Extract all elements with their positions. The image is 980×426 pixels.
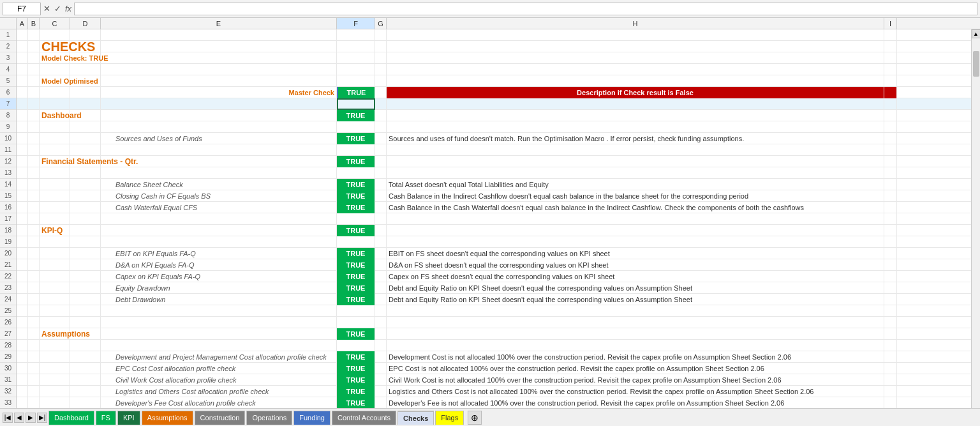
tab-scroll-right[interactable]: ▶ <box>26 413 36 423</box>
cell-g6[interactable] <box>375 87 387 98</box>
row-3[interactable]: 3 <box>0 52 16 64</box>
cell-b15[interactable] <box>28 190 40 202</box>
cell-i9[interactable] <box>884 121 897 133</box>
cell-g10[interactable] <box>375 133 387 144</box>
cell-g22[interactable] <box>375 271 387 282</box>
cell-f2[interactable] <box>337 41 375 52</box>
cell-c31[interactable] <box>40 374 70 386</box>
cell-i2[interactable] <box>884 41 897 52</box>
cell-a19[interactable] <box>17 236 28 248</box>
row-4[interactable]: 4 <box>0 64 16 75</box>
scrollbar-thumb[interactable] <box>973 51 979 77</box>
cell-b29[interactable] <box>28 351 40 363</box>
row-7[interactable]: 7 <box>0 98 16 110</box>
cell-h28[interactable] <box>387 340 884 351</box>
cell-i10[interactable] <box>884 133 897 144</box>
cell-g15[interactable] <box>375 190 387 202</box>
cell-a4[interactable] <box>17 64 28 75</box>
cell-a3[interactable] <box>17 52 28 64</box>
vertical-scrollbar[interactable]: ▲ <box>971 29 980 408</box>
cell-e33[interactable]: Developer's Fee Cost allocation profile … <box>101 397 337 408</box>
cell-g14[interactable] <box>375 179 387 190</box>
cell-f13[interactable] <box>337 167 375 179</box>
cell-g25[interactable] <box>375 305 387 317</box>
cell-e13[interactable] <box>101 167 337 179</box>
cell-a7[interactable] <box>17 98 28 110</box>
cell-b19[interactable] <box>28 236 40 248</box>
cell-b33[interactable] <box>28 397 40 408</box>
cell-c24[interactable] <box>40 294 70 305</box>
cell-h24[interactable]: Debt and Equity Ratio on KPI Sheet doesn… <box>387 294 884 305</box>
tab-funding[interactable]: Funding <box>293 411 330 425</box>
cell-b30[interactable] <box>28 363 40 374</box>
cell-g12[interactable] <box>375 156 387 167</box>
cell-d6[interactable] <box>70 87 101 98</box>
cell-h6[interactable]: Description if Check result is False <box>387 87 884 98</box>
cell-f3[interactable] <box>337 52 375 64</box>
cell-d26[interactable] <box>70 317 101 328</box>
col-header-i[interactable]: I <box>884 18 897 29</box>
add-sheet-button[interactable]: ⊕ <box>468 411 482 425</box>
cell-a12[interactable] <box>17 156 28 167</box>
cell-c20[interactable] <box>40 248 70 259</box>
cell-i7[interactable] <box>884 98 897 110</box>
cell-a14[interactable] <box>17 179 28 190</box>
row-1[interactable]: 1 <box>0 29 16 41</box>
cell-i3[interactable] <box>884 52 897 64</box>
col-header-g[interactable]: G <box>375 18 387 29</box>
cell-i33[interactable] <box>884 397 897 408</box>
cell-g5[interactable] <box>375 75 387 87</box>
cell-a2[interactable] <box>17 41 28 52</box>
row-19[interactable]: 19 <box>0 236 16 248</box>
cell-d28[interactable] <box>70 340 101 351</box>
cell-e15[interactable]: Closing Cash in CF Equals BS <box>101 190 337 202</box>
row-33[interactable]: 33 <box>0 397 16 408</box>
cell-f22[interactable]: TRUE <box>337 271 375 282</box>
cell-d18[interactable] <box>70 225 101 236</box>
cell-h25[interactable] <box>387 305 884 317</box>
cell-g33[interactable] <box>375 397 387 408</box>
cell-e26[interactable] <box>101 317 337 328</box>
cell-f20[interactable]: TRUE <box>337 248 375 259</box>
cell-h22[interactable]: Capex on FS sheet doesn't equal the corr… <box>387 271 884 282</box>
cell-i23[interactable] <box>884 282 897 294</box>
cell-c8[interactable]: Dashboard <box>40 110 70 121</box>
cell-c26[interactable] <box>40 317 70 328</box>
cell-i15[interactable] <box>884 190 897 202</box>
tab-scroll-right-last[interactable]: ▶| <box>37 413 47 423</box>
cell-a6[interactable] <box>17 87 28 98</box>
cell-i8[interactable] <box>884 110 897 121</box>
cell-d22[interactable] <box>70 271 101 282</box>
cell-c18[interactable]: KPI-Q <box>40 225 70 236</box>
cell-h26[interactable] <box>387 317 884 328</box>
cell-b21[interactable] <box>28 259 40 271</box>
cell-c3[interactable]: Model Check: TRUE <box>40 52 70 64</box>
cell-h14[interactable]: Total Asset doesn't equal Total Liabilit… <box>387 179 884 190</box>
row-31[interactable]: 31 <box>0 374 16 386</box>
cell-f1[interactable] <box>337 29 375 41</box>
cell-e20[interactable]: EBIT on KPI Equals FA-Q <box>101 248 337 259</box>
cell-d29[interactable] <box>70 351 101 363</box>
cell-e25[interactable] <box>101 305 337 317</box>
col-header-d[interactable]: D <box>70 18 101 29</box>
tab-flags[interactable]: Flags <box>435 411 464 425</box>
col-header-h[interactable]: H <box>387 18 884 29</box>
cell-f12[interactable]: TRUE <box>337 156 375 167</box>
cell-a29[interactable] <box>17 351 28 363</box>
cell-e32[interactable]: Logistics and Others Cost allocation pro… <box>101 386 337 397</box>
cell-i11[interactable] <box>884 144 897 156</box>
cell-f18[interactable]: TRUE <box>337 225 375 236</box>
cell-e17[interactable] <box>101 213 337 225</box>
cell-h16[interactable]: Cash Balance in the Cash Waterfall doesn… <box>387 202 884 213</box>
tab-construction[interactable]: Construction <box>195 411 246 425</box>
cell-h10[interactable]: Sources and uses of fund doesn't match. … <box>387 133 884 144</box>
cell-d30[interactable] <box>70 363 101 374</box>
cell-c27[interactable]: Assumptions <box>40 328 70 340</box>
cell-h23[interactable]: Debt and Equity Ratio on KPI Sheet doesn… <box>387 282 884 294</box>
cell-f21[interactable]: TRUE <box>337 259 375 271</box>
cell-e24[interactable]: Debt Drawdown <box>101 294 337 305</box>
cell-g21[interactable] <box>375 259 387 271</box>
cell-c10[interactable] <box>40 133 70 144</box>
cell-e2[interactable] <box>101 41 337 52</box>
cell-c15[interactable] <box>40 190 70 202</box>
